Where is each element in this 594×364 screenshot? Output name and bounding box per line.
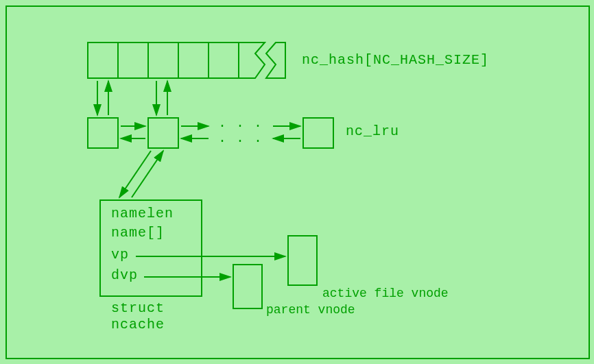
svg-rect-11 [303,118,333,148]
diagram-frame: nc_hash[NC_HASH_SIZE] . . . . . . nc_lru… [5,5,590,359]
nc-lru-label: nc_lru [346,123,399,139]
svg-rect-2 [148,43,178,78]
dots-top: . . . [218,115,263,131]
field-dvp: dvp [111,267,138,283]
lru-ncache-link [119,151,163,197]
nc-hash-array [88,43,285,78]
svg-line-18 [119,151,151,197]
svg-rect-4 [209,43,239,78]
svg-rect-3 [178,43,209,78]
struct-label-2: ncache [111,317,165,332]
svg-rect-9 [88,118,118,148]
dots-bottom: . . . [218,130,263,146]
svg-rect-0 [88,43,118,78]
lru-boxes [88,118,333,148]
parent-vnode-label: parent vnode [266,303,355,317]
nc-hash-label: nc_hash[NC_HASH_SIZE] [302,52,489,68]
parent-vnode-box [233,265,262,308]
svg-line-19 [132,151,163,197]
svg-rect-10 [148,118,178,148]
hash-lru-links [97,81,167,115]
active-vnode-label: active file vnode [322,287,449,300]
struct-label-1: struct [111,300,165,316]
active-vnode-box [288,236,317,285]
field-name: name[] [111,225,165,241]
field-vp: vp [111,247,129,263]
svg-rect-1 [118,43,148,78]
field-namelen: namelen [111,206,174,221]
